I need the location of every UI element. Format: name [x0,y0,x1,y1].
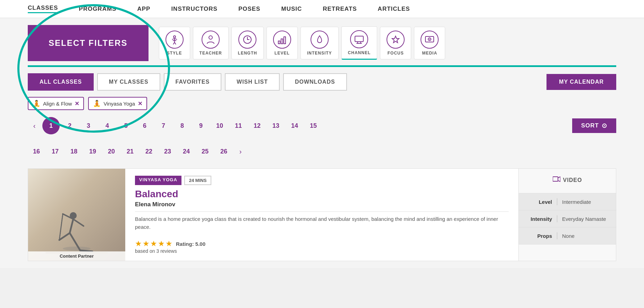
style-label: STYLE [167,51,182,56]
nav-classes[interactable]: CLASSES [28,5,58,13]
page-22-button[interactable]: 22 [140,143,158,160]
props-label: Props [526,233,557,239]
class-description: Balanced is a home practice yoga class t… [135,215,509,231]
page-13-button[interactable]: 13 [267,117,285,134]
active-filters: 🧘 Align & Flow ✕ 🧘 Vinyasa Yoga ✕ [28,97,616,110]
level-label: LEVEL [274,51,290,56]
filter-intensity[interactable]: INTENSITY [300,27,339,59]
nav-poses[interactable]: POSES [238,6,261,13]
focus-icon [387,31,405,49]
filter-style[interactable]: STYLE [159,27,190,59]
page-11-button[interactable]: 11 [230,117,247,134]
length-icon [238,31,256,49]
nav-instructors[interactable]: INSTRUCTORS [171,6,217,13]
tab-row: ALL CLASSES MY CLASSES FAVORITES WISH LI… [28,73,616,91]
teacher-label: TEACHER [200,51,222,56]
nav-music[interactable]: MUSIC [281,6,302,13]
page-2-button[interactable]: 2 [61,117,78,134]
page-9-button[interactable]: 9 [192,117,210,134]
svg-line-17 [73,219,84,226]
detail-level-row: Level Intermediate [519,193,616,210]
tab-all-classes[interactable]: ALL CLASSES [28,73,94,91]
page-3-button[interactable]: 3 [80,117,97,134]
thumb-image [28,169,125,261]
page-5-button[interactable]: 5 [117,117,135,134]
page-20-button[interactable]: 20 [103,143,120,160]
class-title[interactable]: Balanced [135,189,509,200]
length-label: LENGTH [238,51,257,56]
intensity-icon [311,31,329,49]
svg-point-1 [209,36,212,39]
page-1-button[interactable]: 1 [42,117,60,134]
main-area: SELECT FILTERS STYLE [0,18,644,268]
tab-downloads[interactable]: DOWNLOADS [283,73,347,91]
page-12-button[interactable]: 12 [248,117,266,134]
sort-button[interactable]: SORT ⊙ [572,118,616,133]
tab-wish-list[interactable]: WISH LIST [225,73,280,91]
filter-focus[interactable]: FOCUS [380,27,411,59]
filter-length[interactable]: LENGTH [231,27,264,59]
nav-programs[interactable]: PROGRAMS [79,6,116,13]
select-filters-button[interactable]: SELECT FILTERS [28,25,149,61]
page-19-button[interactable]: 19 [84,143,101,160]
filter-chip-vinyasa: 🧘 Vinyasa Yoga ✕ [88,97,147,110]
nav-app[interactable]: APP [137,6,150,13]
chip-vinyasa-label: Vinyasa Yoga [103,101,135,107]
prev-page-button[interactable]: ‹ [28,119,41,132]
page-15-button[interactable]: 15 [305,117,322,134]
level-icon [273,31,291,49]
page-18-button[interactable]: 18 [65,143,83,160]
page-24-button[interactable]: 24 [178,143,195,160]
focus-label: FOCUS [388,51,404,56]
rating-stars: ★★★★★ [135,239,173,248]
page-26-button[interactable]: 26 [215,143,232,160]
page-4-button[interactable]: 4 [99,117,116,134]
svg-rect-6 [355,36,363,42]
class-side-panel: VIDEO Level Intermediate Intensity Every… [519,169,616,261]
page-8-button[interactable]: 8 [173,117,191,134]
top-nav: CLASSES PROGRAMS APP INSTRUCTORS POSES M… [0,0,644,18]
page-10-button[interactable]: 10 [211,117,228,134]
level-divider [557,198,557,205]
page-16-button[interactable]: 16 [28,143,45,160]
page-25-button[interactable]: 25 [196,143,214,160]
video-badge: VIDEO [553,176,582,185]
chip-vinyasa-close[interactable]: ✕ [138,100,142,107]
props-divider [557,232,557,239]
side-details: Level Intermediate Intensity Everyday Na… [519,193,616,244]
class-thumbnail[interactable]: Content Partner [28,169,125,261]
page-23-button[interactable]: 23 [159,143,176,160]
channel-icon [350,30,368,48]
chip-align-close[interactable]: ✕ [75,100,79,107]
filter-level[interactable]: LEVEL [266,27,298,59]
page-6-button[interactable]: 6 [136,117,153,134]
next-page-button[interactable]: › [234,145,247,158]
class-teacher[interactable]: Elena Mironov [135,201,509,208]
nav-retreats[interactable]: RETREATS [323,6,357,13]
page-7-button[interactable]: 7 [155,117,172,134]
chip-vinyasa-icon: 🧘 [93,100,101,107]
svg-rect-3 [278,41,280,44]
tag-style[interactable]: VINYASA YOGA [135,176,181,185]
class-divider [135,211,509,212]
tag-duration: 24 MINS [184,176,212,185]
filter-chip-align-flow: 🧘 Align & Flow ✕ [28,97,84,110]
sort-label: SORT [581,122,599,129]
filter-channel[interactable]: CHANNEL [341,26,378,60]
page-21-button[interactable]: 21 [121,143,139,160]
page-17-button[interactable]: 17 [46,143,64,160]
class-tags: VINYASA YOGA 24 MINS [135,176,509,185]
filter-media[interactable]: MEDIA [414,27,445,59]
filter-teacher[interactable]: TEACHER [193,27,229,59]
my-calendar-button[interactable]: MY CALENDAR [546,74,616,90]
svg-line-13 [70,219,73,233]
svg-line-14 [59,233,70,240]
nav-articles[interactable]: ARTICLES [378,6,410,13]
pagination-row1: ‹ 1 2 3 4 5 6 7 8 9 10 11 12 13 14 15 SO… [28,117,616,134]
detail-props-row: Props None [519,227,616,244]
page-14-button[interactable]: 14 [286,117,303,134]
tab-my-classes[interactable]: MY CLASSES [97,73,160,91]
tab-favorites[interactable]: FAVORITES [164,73,222,91]
svg-rect-20 [553,177,558,181]
props-value: None [562,233,575,239]
